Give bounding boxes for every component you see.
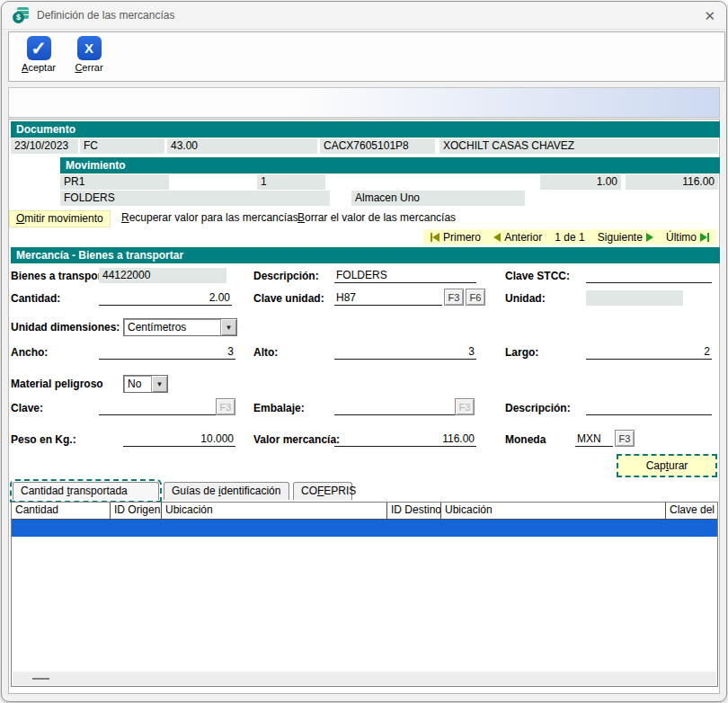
nav-last-label: Último	[666, 231, 697, 244]
first-record-icon	[431, 233, 439, 242]
tab-guias-identificacion[interactable]: Guías de identificación	[164, 482, 289, 500]
movement-value-field: 116.00	[626, 174, 718, 190]
record-position-indicator: 1 de 1	[555, 231, 584, 244]
dimensions-unit-value: Centímetros	[124, 321, 220, 334]
goods-value-input[interactable]	[334, 432, 476, 447]
nav-last-button[interactable]: Último	[666, 231, 709, 244]
document-client-field: XOCHILT CASAS CHAVEZ	[439, 138, 718, 154]
unit-label: Unidad:	[505, 292, 546, 305]
hazardous-material-label: Material peligroso	[11, 378, 103, 390]
close-button-label: Cerrar	[75, 62, 102, 73]
hazard-code-label: Clave:	[11, 402, 43, 414]
tab-cofepris[interactable]: COFEPRIS	[293, 482, 352, 500]
weight-label: Peso en Kg.:	[11, 433, 76, 446]
capture-button[interactable]: Capturar	[617, 454, 717, 477]
window-title: Definición de las mercancías	[37, 9, 174, 22]
app-icon-badge: $	[13, 12, 24, 23]
stcc-code-label: Clave STCC:	[505, 270, 570, 282]
chevron-down-icon[interactable]: ▼	[151, 376, 167, 392]
window-close-icon[interactable]: ✕	[704, 9, 715, 22]
nav-next-label: Siguiente	[598, 231, 643, 244]
currency-label: Moneda	[505, 433, 546, 446]
nav-previous-label: Anterior	[504, 231, 542, 244]
document-rfc-field: CACX7605101P8	[320, 138, 435, 154]
section-header-mercancia: Mercancía - Bienes a transportar	[11, 247, 720, 263]
hazardous-material-select[interactable]: No ▼	[123, 375, 168, 393]
width-label: Ancho:	[11, 346, 48, 359]
col-header-id-destino: ID Destino	[387, 503, 441, 519]
toolbar: ✓ Aceptar X Cerrar	[8, 31, 725, 82]
unit-field	[586, 290, 683, 306]
quantity-transported-grid: Cantidad ID Origen Ubicación ID Destino …	[11, 502, 718, 687]
check-icon: ✓	[27, 36, 51, 60]
col-header-clave-del: Clave del	[666, 503, 717, 519]
movement-warehouse-number-field: 1	[257, 174, 325, 190]
unit-code-input[interactable]	[334, 290, 442, 306]
hazard-code-input[interactable]	[99, 400, 216, 415]
unit-code-f3-button[interactable]: F3	[444, 289, 464, 306]
content-panel: Documento 23/10/2023 FC 43.00 CACX760510…	[8, 119, 720, 694]
currency-f3-button[interactable]: F3	[615, 430, 635, 447]
scrollbar-thumb[interactable]	[32, 678, 49, 680]
decorative-gradient-band	[8, 87, 720, 118]
next-record-icon	[646, 233, 653, 242]
dialog-window: $ Definición de las mercancías ✕ ✓ Acept…	[1, 1, 727, 702]
accept-button[interactable]: ✓ Aceptar	[18, 36, 59, 77]
nav-first-button[interactable]: Primero	[431, 231, 481, 244]
selected-empty-row[interactable]	[12, 520, 717, 537]
movement-product-field: PR1	[60, 174, 169, 190]
packaging-input[interactable]	[334, 400, 455, 415]
hazard-code-f3-button: F3	[216, 398, 235, 415]
title-bar: $ Definición de las mercancías ✕	[2, 2, 726, 30]
recover-value-button[interactable]: Recuperar valor para las mercancías	[115, 210, 305, 226]
col-header-ubicacion-destino: Ubicación	[441, 503, 666, 519]
width-input[interactable]	[99, 344, 235, 360]
movement-quantity-field: 1.00	[540, 174, 621, 190]
height-label: Alto:	[253, 346, 278, 359]
nav-previous-button[interactable]: Anterior	[493, 231, 542, 244]
hazardous-material-value: No	[124, 378, 151, 390]
height-input[interactable]	[334, 344, 476, 360]
col-header-ubicacion-origen: Ubicación	[162, 503, 387, 519]
description-label: Descripción:	[253, 270, 319, 282]
nav-first-label: Primero	[443, 231, 481, 244]
section-header-movimiento: Movimiento	[60, 157, 720, 174]
quantity-label: Cantidad:	[11, 292, 60, 305]
document-folio-field: 43.00	[167, 138, 317, 154]
packaging-description-label: Descripción:	[505, 402, 571, 414]
quantity-input[interactable]	[99, 290, 232, 306]
document-type-field: FC	[80, 138, 164, 154]
currency-input[interactable]	[575, 432, 613, 447]
clear-value-button[interactable]: Borrar el valor de las mercancías	[291, 210, 462, 226]
col-header-cantidad: Cantidad	[12, 503, 111, 519]
movement-description-field: FOLDERS	[60, 191, 330, 206]
goods-value-label: Valor mercancía:	[253, 433, 340, 446]
horizontal-scrollbar[interactable]	[13, 672, 716, 685]
tab-cantidad-transportada[interactable]: Cantidad transportada	[13, 482, 159, 500]
packaging-label: Embalaje:	[253, 402, 305, 414]
nav-next-button[interactable]: Siguiente	[598, 231, 653, 244]
omit-movement-button[interactable]: Omitir movimiento	[9, 210, 111, 227]
close-button[interactable]: X Cerrar	[68, 36, 110, 77]
col-header-id-origen: ID Origen	[111, 503, 162, 519]
stcc-code-input[interactable]	[586, 268, 712, 283]
unit-code-label: Clave unidad:	[253, 292, 324, 305]
dimensions-unit-label: Unidad dimensiones:	[11, 321, 120, 334]
grid-header-row: Cantidad ID Origen Ubicación ID Destino …	[12, 503, 717, 520]
packaging-description-input[interactable]	[586, 400, 712, 415]
length-input[interactable]	[586, 344, 712, 360]
description-input[interactable]	[334, 268, 476, 283]
app-icon: $	[13, 7, 29, 23]
record-navigation-bar: Primero Anterior 1 de 1 Siguiente Último	[423, 229, 716, 245]
movement-warehouse-name-field: Almacen Uno	[351, 191, 525, 206]
packaging-f3-button: F3	[455, 398, 475, 415]
x-icon: X	[77, 36, 102, 60]
length-label: Largo:	[505, 346, 538, 359]
accept-button-label: Aceptar	[22, 62, 56, 73]
weight-input[interactable]	[123, 432, 235, 447]
unit-code-f6-button[interactable]: F6	[466, 289, 485, 306]
chevron-down-icon[interactable]: ▼	[220, 319, 236, 335]
goods-code-field: 44122000	[99, 268, 226, 283]
previous-record-icon	[493, 233, 501, 242]
dimensions-unit-select[interactable]: Centímetros ▼	[123, 318, 237, 336]
